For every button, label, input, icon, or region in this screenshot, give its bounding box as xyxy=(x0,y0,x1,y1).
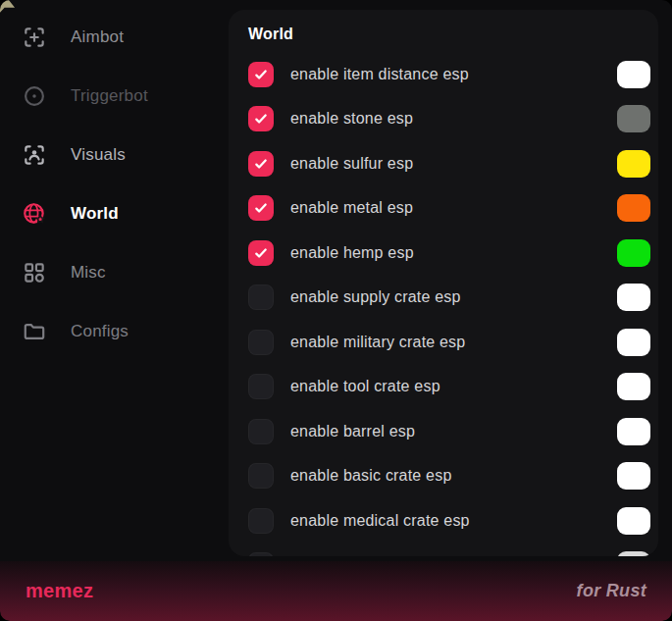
color-swatch[interactable] xyxy=(617,329,650,356)
color-swatch[interactable] xyxy=(617,551,650,556)
visuals-icon xyxy=(22,142,47,168)
cheat-menu-window: Aimbot Triggerbot Visuals World Misc Con… xyxy=(0,0,672,621)
esp-option-row-enable-tool-crate-esp: enable tool crate esp xyxy=(248,365,658,410)
esp-option-label: enable medical crate esp xyxy=(290,512,470,530)
panel-title: World xyxy=(248,23,658,46)
sidebar-item-world[interactable]: World xyxy=(0,184,229,243)
aimbot-icon xyxy=(22,25,47,50)
esp-option-row-enable-metal-esp: enable metal esp xyxy=(248,186,658,232)
color-swatch[interactable] xyxy=(617,418,650,445)
misc-icon xyxy=(22,260,47,285)
footer: memez for Rust xyxy=(0,561,672,621)
configs-icon xyxy=(22,319,47,344)
color-swatch[interactable] xyxy=(617,150,650,178)
esp-option-label: enable item distance esp xyxy=(290,66,469,83)
esp-option-row-enable-hemp-esp: enable hemp esp xyxy=(248,231,658,276)
triggerbot-icon xyxy=(22,83,47,109)
sidebar-item-label: Visuals xyxy=(71,145,126,165)
checkbox-enable-hemp-esp[interactable] xyxy=(248,240,274,266)
color-swatch[interactable] xyxy=(617,373,650,400)
check-icon xyxy=(253,245,269,261)
sidebar-item-label: Triggerbot xyxy=(71,86,148,106)
esp-option-label: enable barrel esp xyxy=(290,423,415,440)
esp-option-row-enable-basic-crate-esp: enable basic crate esp xyxy=(248,454,658,499)
esp-option-label: enable tool crate esp xyxy=(290,378,440,395)
checkbox-enable-tool-crate-esp[interactable] xyxy=(248,374,274,399)
sidebar-item-aimbot[interactable]: Aimbot xyxy=(0,8,229,67)
checkbox-enable-medical-crate-esp[interactable] xyxy=(248,508,274,534)
brand-tagline: for Rust xyxy=(577,581,646,601)
esp-option-row-enable-sulfur-esp: enable sulfur esp xyxy=(248,141,658,186)
esp-option-row-enable-stone-esp: enable stone esp xyxy=(248,97,658,142)
esp-options-list: enable item distance esp enable stone es… xyxy=(248,52,658,556)
check-icon xyxy=(253,156,269,172)
checkbox-clipped-row[interactable] xyxy=(248,552,274,556)
esp-option-label: enable hemp esp xyxy=(290,244,414,262)
checkbox-enable-military-crate-esp[interactable] xyxy=(248,330,274,355)
esp-option-row-clipped-row xyxy=(248,543,658,557)
sidebar-item-label: Aimbot xyxy=(71,27,124,47)
checkbox-enable-basic-crate-esp[interactable] xyxy=(248,463,274,489)
color-swatch[interactable] xyxy=(617,105,650,132)
esp-option-row-enable-medical-crate-esp: enable medical crate esp xyxy=(248,498,658,543)
esp-option-label: enable sulfur esp xyxy=(290,155,413,173)
color-swatch[interactable] xyxy=(617,61,650,88)
esp-option-row-enable-supply-crate-esp: enable supply crate esp xyxy=(248,276,658,321)
checkbox-enable-barrel-esp[interactable] xyxy=(248,419,274,444)
sidebar-item-label: World xyxy=(71,204,119,224)
esp-option-label: enable metal esp xyxy=(290,199,413,217)
esp-option-label: enable supply crate esp xyxy=(290,288,461,306)
check-icon xyxy=(253,111,269,127)
world-icon xyxy=(22,201,47,227)
checkbox-enable-metal-esp[interactable] xyxy=(248,195,274,221)
esp-option-row-enable-military-crate-esp: enable military crate esp xyxy=(248,320,658,365)
esp-option-row-enable-barrel-esp: enable barrel esp xyxy=(248,409,658,454)
color-swatch[interactable] xyxy=(617,284,650,311)
sidebar-item-misc[interactable]: Misc xyxy=(0,243,229,302)
esp-option-row-enable-item-distance-esp: enable item distance esp xyxy=(248,52,658,97)
sidebar-item-label: Configs xyxy=(71,322,129,341)
color-swatch[interactable] xyxy=(617,462,650,490)
sidebar-item-triggerbot[interactable]: Triggerbot xyxy=(0,67,229,126)
esp-option-label: enable military crate esp xyxy=(290,334,465,351)
esp-option-label: enable basic crate esp xyxy=(290,467,452,485)
sidebar-item-configs[interactable]: Configs xyxy=(0,302,229,361)
checkbox-enable-supply-crate-esp[interactable] xyxy=(248,285,274,310)
check-icon xyxy=(253,200,269,216)
color-swatch[interactable] xyxy=(617,507,650,535)
sidebar-item-label: Misc xyxy=(71,263,106,283)
color-swatch[interactable] xyxy=(617,239,650,267)
checkbox-enable-stone-esp[interactable] xyxy=(248,106,274,131)
color-swatch[interactable] xyxy=(617,194,650,222)
world-panel: World enable item distance esp enable st… xyxy=(229,10,658,556)
esp-option-label: enable stone esp xyxy=(290,110,413,128)
checkbox-enable-item-distance-esp[interactable] xyxy=(248,62,274,87)
sidebar: Aimbot Triggerbot Visuals World Misc Con… xyxy=(0,0,229,559)
checkbox-enable-sulfur-esp[interactable] xyxy=(248,151,274,177)
sidebar-item-visuals[interactable]: Visuals xyxy=(0,126,229,184)
check-icon xyxy=(253,67,269,82)
brand-name: memez xyxy=(26,580,93,602)
